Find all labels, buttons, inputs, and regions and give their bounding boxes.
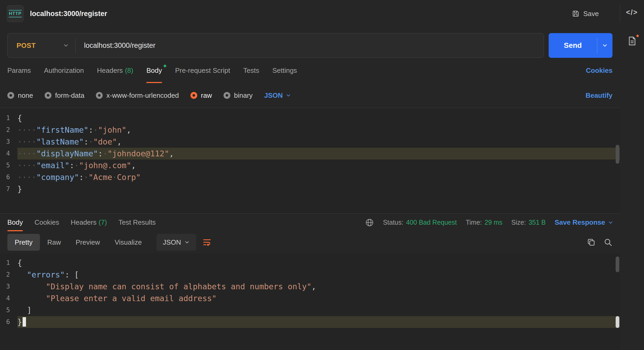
code-text: ····"company":·"Acme·Corp": [17, 171, 620, 183]
code-token: ·: [112, 173, 117, 182]
code-token: ,: [169, 149, 174, 158]
body-format-dropdown[interactable]: JSON: [264, 91, 291, 100]
cookies-link[interactable]: Cookies: [586, 66, 612, 75]
body-type-x-www-form-urlencoded[interactable]: x-www-form-urlencoded: [96, 91, 179, 100]
code-token: ····: [17, 173, 36, 182]
code-line[interactable]: 3····"lastName":·"doe",: [0, 136, 620, 148]
code-snippet-button[interactable]: </>: [626, 8, 638, 17]
code-line[interactable]: 1{: [0, 112, 620, 124]
code-token: {: [17, 114, 22, 123]
code-token: ·: [84, 173, 89, 182]
copy-icon: [587, 238, 596, 247]
scrollbar-thumb[interactable]: [616, 256, 619, 272]
code-token: ,: [311, 282, 316, 291]
code-line[interactable]: 2 "errors": [: [0, 269, 620, 281]
request-tabs: Params Authorization Headers(8) Body Pre…: [0, 58, 620, 83]
body-type-none[interactable]: none: [7, 91, 33, 100]
tab-label: Cookies: [34, 218, 59, 227]
line-number: 1: [0, 112, 17, 124]
beautify-link[interactable]: Beautify: [585, 91, 612, 100]
code-token: ····: [17, 149, 36, 158]
wrap-text-button[interactable]: [202, 237, 212, 247]
radio-icon: [224, 92, 230, 99]
code-text: ····"email":·"john@.com",: [17, 159, 620, 171]
code-token: :: [98, 149, 103, 158]
copy-button[interactable]: [587, 238, 596, 247]
code-line[interactable]: 4 "Please enter a valid email address": [0, 292, 620, 304]
chevron-down-icon: [285, 92, 291, 98]
http-method-logo: HTTP: [7, 5, 24, 22]
code-line[interactable]: 1{: [0, 257, 620, 269]
radio-icon: [7, 92, 14, 99]
tab-authorization[interactable]: Authorization: [44, 58, 84, 83]
request-body-editor[interactable]: 1{2····"firstName":·"john",3····"lastNam…: [0, 108, 620, 213]
code-line[interactable]: 7}: [0, 183, 620, 195]
chevron-down-icon: [608, 220, 614, 225]
method-selector[interactable]: POST: [8, 33, 75, 58]
view-pretty[interactable]: Pretty: [7, 234, 40, 251]
size-label: Size:: [511, 219, 526, 226]
tab-tests[interactable]: Tests: [243, 58, 259, 83]
code-line[interactable]: 6}: [0, 316, 620, 328]
response-code: 1{2 "errors": [3 "Display name can consi…: [0, 257, 620, 328]
save-response-button[interactable]: Save Response: [555, 218, 614, 227]
code-line[interactable]: 4····"displayName":·"johndoe@112",: [0, 148, 620, 159]
tab-settings[interactable]: Settings: [272, 58, 297, 83]
url-box: POST localhost:3000/register: [7, 33, 544, 58]
code-text: ····"lastName":·"doe",: [17, 136, 620, 148]
tab-params[interactable]: Params: [7, 58, 31, 83]
code-token: "Acme: [89, 173, 112, 182]
headers-count: (7): [98, 218, 107, 227]
tab-label: Authorization: [44, 66, 84, 75]
option-label: none: [18, 91, 33, 100]
response-tab-body[interactable]: Body: [7, 214, 23, 231]
tab-label: Params: [7, 66, 31, 75]
code-line[interactable]: 3 "Display name can consist of alphabets…: [0, 281, 620, 292]
response-format-dropdown[interactable]: JSON: [157, 234, 196, 251]
code-text: ····"displayName":·"johndoe@112",: [17, 148, 620, 159]
code-text: }: [17, 316, 620, 328]
search-button[interactable]: [604, 238, 612, 247]
body-type-raw[interactable]: raw: [190, 91, 212, 100]
code-token: [17, 294, 46, 303]
body-type-binary[interactable]: binary: [224, 91, 253, 100]
globe-icon: [365, 218, 374, 227]
option-label: x-www-form-urlencoded: [106, 91, 179, 100]
url-input[interactable]: localhost:3000/register: [76, 42, 544, 50]
send-options-button[interactable]: [597, 33, 612, 58]
documentation-button[interactable]: [627, 36, 637, 47]
tab-pre-request-script[interactable]: Pre-request Script: [175, 58, 230, 83]
body-type-form-data[interactable]: form-data: [45, 91, 84, 100]
tab-body[interactable]: Body: [146, 58, 162, 83]
divider: [620, 5, 620, 23]
code-token: "email": [36, 161, 69, 170]
code-token: ····: [17, 125, 36, 135]
response-toolbar: Pretty Raw Preview Visualize JSON: [0, 231, 620, 253]
response-body-editor[interactable]: 1{2 "errors": [3 "Display name can consi…: [0, 253, 620, 350]
radio-icon: [96, 92, 103, 99]
response-tab-test-results[interactable]: Test Results: [118, 214, 156, 231]
view-preview[interactable]: Preview: [68, 234, 107, 251]
right-sidebar: </>: [620, 0, 644, 350]
http-logo-label: HTTP: [9, 10, 22, 17]
code-token: ·: [89, 137, 93, 146]
code-line[interactable]: 2····"firstName":·"john",: [0, 124, 620, 136]
code-line[interactable]: 5 ]: [0, 304, 620, 316]
code-line[interactable]: 5····"email":·"john@.com",: [0, 159, 620, 171]
response-tab-headers[interactable]: Headers(7): [71, 214, 107, 231]
save-button[interactable]: Save: [572, 10, 599, 18]
request-title: localhost:3000/register: [30, 10, 107, 18]
code-token: "displayName": [36, 149, 98, 158]
view-raw[interactable]: Raw: [40, 234, 68, 251]
code-token: [17, 282, 46, 291]
scrollbar-thumb[interactable]: [616, 145, 619, 164]
response-tab-cookies[interactable]: Cookies: [34, 214, 59, 231]
tab-headers[interactable]: Headers(8): [97, 58, 133, 83]
send-button[interactable]: Send: [549, 33, 597, 58]
method-label: POST: [17, 42, 36, 50]
code-token: [: [74, 270, 79, 279]
code-line[interactable]: 6····"company":·"Acme·Corp": [0, 171, 620, 183]
code-token: ]: [27, 306, 32, 315]
save-response-label: Save Response: [555, 218, 605, 227]
view-visualize[interactable]: Visualize: [107, 234, 149, 251]
